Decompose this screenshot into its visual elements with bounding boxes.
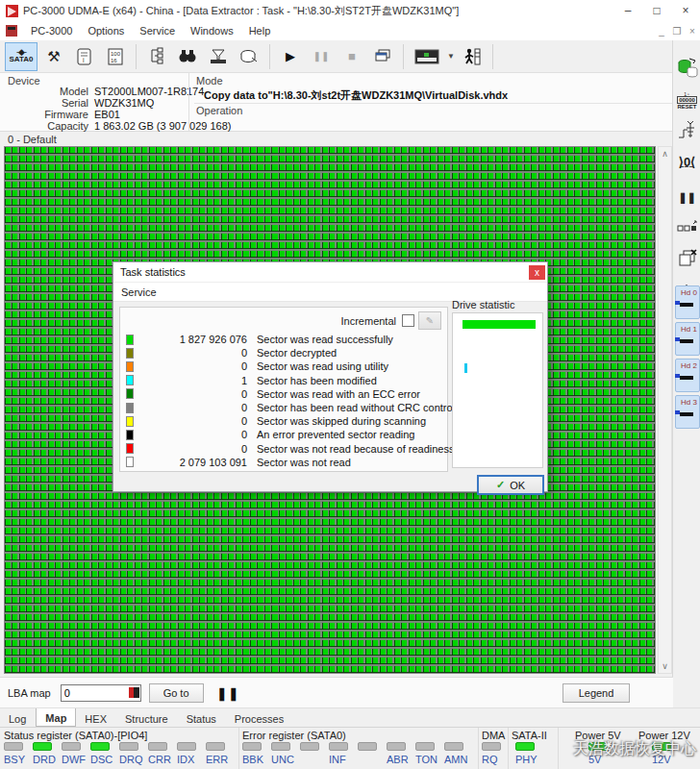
tab-structure[interactable]: Structure — [116, 708, 178, 727]
stat-row: 1 827 926 076Sector was read successfull… — [126, 333, 443, 346]
led-idx — [177, 742, 196, 751]
map-preview-icon — [414, 48, 439, 65]
head-test-button[interactable] — [675, 119, 699, 144]
task-tree-button[interactable] — [142, 42, 171, 71]
stat-color-swatch — [126, 335, 134, 345]
view-mode-button[interactable] — [410, 42, 444, 71]
dma-group: DMA RQ — [478, 728, 509, 769]
search-button[interactable] — [173, 42, 202, 71]
led-drq — [119, 742, 138, 751]
title-bar: PC-3000 UDMA-E (x64) - China - [Data Ext… — [0, 0, 700, 22]
exit-task-button[interactable] — [458, 42, 487, 71]
sector-chain-button[interactable] — [675, 215, 699, 240]
legend-button[interactable]: Legend — [562, 683, 630, 703]
zero-fill-button[interactable]: ⟩0⟨ ▔▔▔ — [675, 152, 699, 177]
dialog-menu-service[interactable]: Service — [113, 286, 164, 298]
led-phy — [515, 742, 535, 751]
goto-button[interactable]: Go to — [149, 683, 204, 703]
stop-button[interactable]: ■ — [338, 42, 366, 71]
drive-statistic-box — [452, 312, 543, 468]
menu-help[interactable]: Help — [241, 23, 279, 38]
mdi-close-button[interactable]: × — [685, 26, 700, 37]
dialog-close-button[interactable]: x — [529, 265, 545, 280]
copy-data-button[interactable] — [675, 56, 699, 81]
mdi-restore-button[interactable]: ❐ — [669, 26, 685, 37]
tab-processes[interactable]: Processes — [226, 708, 293, 727]
head-3-button[interactable]: Hd 3 — [675, 395, 700, 429]
minimize-button[interactable]: – — [613, 0, 642, 21]
stat-color-swatch — [126, 403, 134, 413]
start-button[interactable]: ▶ — [276, 42, 305, 71]
menu-pc3000[interactable]: PC-3000 — [23, 23, 80, 38]
head-2-button[interactable]: Hd 2 — [675, 359, 700, 392]
pause-icon: ❚❚ — [678, 191, 695, 204]
pause-io-button[interactable]: ❚❚ — [675, 185, 699, 210]
tab-status[interactable]: Status — [178, 708, 226, 727]
stat-color-swatch — [126, 348, 134, 359]
stat-row: 0Sector has been read without CRC contro… — [126, 401, 443, 414]
menu-options[interactable]: Options — [80, 23, 132, 38]
view-tabs: Log Map HEX Structure Status Processes — [0, 707, 700, 727]
filter-button[interactable] — [204, 42, 233, 71]
app-icon — [6, 5, 18, 17]
counter-icon: 00000 — [677, 96, 697, 104]
head-0-button[interactable]: Hd 0 — [675, 285, 700, 319]
status-register-group: Status register (SATA0)-[PIO4] BSY DRD D… — [0, 728, 239, 769]
reset-statistics-button[interactable]: 1▫ 00000 RESET — [675, 88, 699, 113]
scroll-down-arrow[interactable]: ∨ — [659, 659, 671, 673]
right-sidebar: 1▫ 00000 RESET ⟩0⟨ ▔▔▔ ❚❚ Hd 0 Hd 1 Hd 2… — [672, 40, 700, 729]
menu-service[interactable]: Service — [132, 23, 183, 38]
mdi-minimize-button[interactable]: _ — [654, 26, 669, 37]
database-copy-icon — [676, 57, 699, 80]
sata0-port-button[interactable]: -◆- SATA0 — [5, 42, 38, 71]
ok-button[interactable]: ✓ OK — [477, 475, 544, 495]
incremental-edit-button[interactable]: ✎ — [418, 311, 441, 330]
head-icon — [676, 409, 697, 418]
incremental-checkbox[interactable] — [402, 314, 414, 327]
scroll-up-arrow[interactable]: ∧ — [659, 147, 671, 161]
tab-log[interactable]: Log — [0, 708, 36, 727]
map-scrollbar[interactable]: ∧ ∨ — [658, 146, 672, 674]
discard-pages-button[interactable] — [675, 246, 699, 271]
device-field-label: Model — [0, 86, 88, 97]
view-mode-dropdown-arrow[interactable]: ▼ — [447, 52, 455, 61]
head-1-button[interactable]: Hd 1 — [675, 322, 700, 356]
pause-icon: ❚❚ — [313, 51, 330, 62]
hex-editor-button[interactable]: 10016 — [101, 42, 130, 71]
dialog-title: Task statistics — [120, 266, 186, 278]
check-icon: ✓ — [496, 479, 505, 491]
operation-group-label: Operation — [196, 105, 242, 116]
device-field-label: Serial — [0, 97, 88, 109]
eject-disk-button[interactable] — [235, 42, 263, 71]
panel-divider — [188, 73, 189, 131]
toolbar-separator — [403, 44, 404, 69]
close-button[interactable]: × — [671, 0, 700, 21]
pause-button[interactable]: ❚❚ — [307, 42, 336, 71]
tab-map[interactable]: Map — [36, 708, 76, 727]
blocks-chain-icon — [676, 218, 699, 237]
led-blank — [358, 742, 377, 751]
stat-color-swatch — [126, 443, 134, 454]
stat-color-swatch — [126, 430, 134, 440]
map-pause-button[interactable]: ❚❚ — [217, 686, 240, 701]
head-icon — [676, 300, 697, 309]
task-statistics-dialog: Task statistics x Service Incremental ✎ … — [112, 261, 548, 492]
probe-icon — [677, 120, 698, 143]
maximize-button[interactable]: □ — [642, 0, 671, 21]
lba-input-icon[interactable] — [129, 687, 139, 698]
menu-windows[interactable]: Windows — [183, 23, 241, 38]
layers-x-icon — [677, 248, 698, 269]
exit-icon — [462, 47, 482, 66]
script-button[interactable]: i — [70, 42, 99, 71]
tab-hex[interactable]: HEX — [76, 708, 116, 727]
panel-divider — [194, 103, 675, 104]
drive-modified-tick — [464, 363, 467, 373]
window-title: PC-3000 UDMA-E (x64) - China - [Data Ext… — [23, 4, 613, 18]
utility-tools-button[interactable]: ⚒ — [39, 42, 68, 71]
toolbar-separator — [492, 44, 493, 69]
led-ton — [415, 742, 435, 751]
stat-color-swatch — [126, 361, 134, 372]
stat-row: 0Sector was read with an ECC error — [126, 387, 443, 401]
stop-icon: ■ — [348, 49, 356, 63]
copy-windows-button[interactable] — [368, 42, 397, 71]
